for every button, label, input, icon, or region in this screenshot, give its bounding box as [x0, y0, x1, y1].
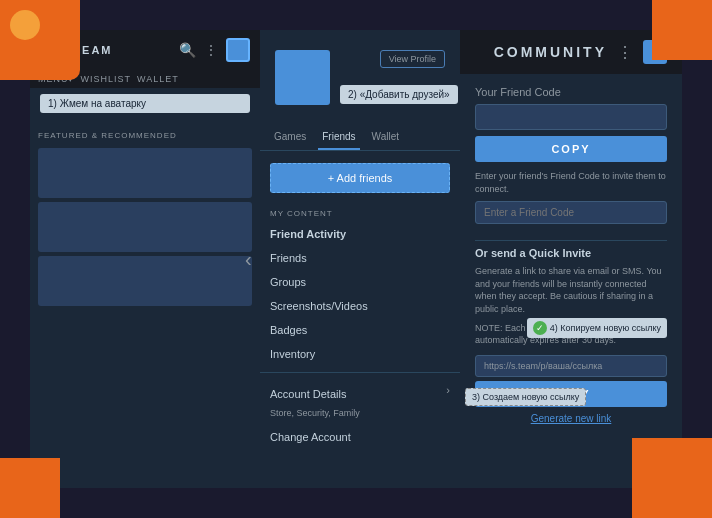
enter-friend-code-input[interactable]: [475, 201, 667, 224]
left-content: FEATURED & RECOMMENDED: [30, 119, 260, 314]
middle-tabs: Games Friends Wallet: [260, 125, 460, 151]
right-panel: COMMUNITY ⋮ Your Friend Code COPY Enter …: [460, 30, 682, 488]
annotation-4-text: 4) Копируем новую ссылку: [550, 323, 661, 333]
add-friends-tooltip: 2) «Добавить друзей»: [340, 85, 458, 104]
helper-text: Enter your friend's Friend Code to invit…: [475, 170, 667, 195]
check-icon: ✓: [533, 321, 547, 335]
tab-wallet[interactable]: Wallet: [368, 125, 403, 150]
view-profile-button[interactable]: View Profile: [380, 50, 445, 68]
menu-inventory[interactable]: Inventory: [260, 342, 460, 366]
menu-friend-activity[interactable]: Friend Activity: [260, 222, 460, 246]
gift-decoration-top-left: [0, 0, 80, 80]
gift-decoration-bottom-left: [0, 458, 60, 518]
annotation-3: 3) Создаем новую ссылку: [465, 388, 586, 406]
account-subtitle: Store, Security, Family: [270, 408, 360, 418]
menu-change-account[interactable]: Change Account: [260, 425, 460, 449]
annotation-4: ✓ 4) Копируем новую ссылку: [527, 318, 667, 338]
game-thumbnails: [38, 148, 252, 306]
account-details-item[interactable]: Account Details › Store, Security, Famil…: [260, 379, 460, 425]
community-menu-icon[interactable]: ⋮: [617, 43, 633, 62]
divider-2: [475, 240, 667, 241]
search-icon[interactable]: 🔍: [179, 42, 196, 58]
quick-invite-link-input[interactable]: [475, 355, 667, 377]
gift-decoration-bottom-right: [632, 438, 712, 518]
nav-wishlist[interactable]: WISHLIST: [81, 74, 132, 84]
featured-label: FEATURED & RECOMMENDED: [38, 127, 252, 144]
menu-groups[interactable]: Groups: [260, 270, 460, 294]
back-arrow-icon[interactable]: ‹: [245, 248, 252, 271]
your-friend-code-label: Your Friend Code: [475, 86, 667, 98]
generate-new-link[interactable]: Generate new link: [475, 413, 667, 424]
nav-wallet[interactable]: WALLET: [137, 74, 179, 84]
copy-friend-code-button[interactable]: COPY: [475, 136, 667, 162]
menu-badges[interactable]: Badges: [260, 318, 460, 342]
gift-decoration-top-right: [652, 0, 712, 60]
copy-note-area: NOTE: Each link is unique to each use an…: [475, 322, 667, 347]
divider-1: [260, 372, 460, 373]
steam-header-icons: 🔍 ⋮: [179, 38, 250, 62]
my-content-label: MY CONTENT: [260, 205, 460, 222]
community-title: COMMUNITY: [494, 44, 607, 60]
menu-screenshots[interactable]: Screenshots/Videos: [260, 294, 460, 318]
menu-friends[interactable]: Friends: [260, 246, 460, 270]
account-arrow-icon: ›: [446, 384, 450, 396]
tab-games[interactable]: Games: [270, 125, 310, 150]
add-friends-button[interactable]: + Add friends: [270, 163, 450, 193]
game-thumb-2: [38, 202, 252, 252]
game-thumb-3: [38, 256, 252, 306]
middle-panel: ‹ View Profile 2) «Добавить друзей» Game…: [260, 30, 460, 488]
community-header: COMMUNITY ⋮: [460, 30, 682, 74]
quick-invite-text: Generate a link to share via email or SM…: [475, 265, 667, 315]
left-panel: ⚙ STEAM 🔍 ⋮ MENU▾ WISHLIST WALLET 1) Жме…: [30, 30, 260, 488]
tooltip-1: 1) Жмем на аватарку: [40, 94, 250, 113]
quick-invite-title: Or send a Quick Invite: [475, 247, 667, 259]
account-title: Account Details ›: [270, 388, 346, 400]
main-container: ⚙ STEAM 🔍 ⋮ MENU▾ WISHLIST WALLET 1) Жме…: [30, 30, 682, 488]
game-thumb-1: [38, 148, 252, 198]
friend-code-input[interactable]: [475, 104, 667, 130]
avatar-small[interactable]: [226, 38, 250, 62]
profile-avatar: [275, 50, 330, 105]
copy-link-area: COPY 3) Создаем новую ссылку: [475, 381, 667, 413]
tab-friends[interactable]: Friends: [318, 125, 359, 150]
menu-dots-icon[interactable]: ⋮: [204, 42, 218, 58]
right-content: Your Friend Code COPY Enter your friend'…: [460, 74, 682, 436]
